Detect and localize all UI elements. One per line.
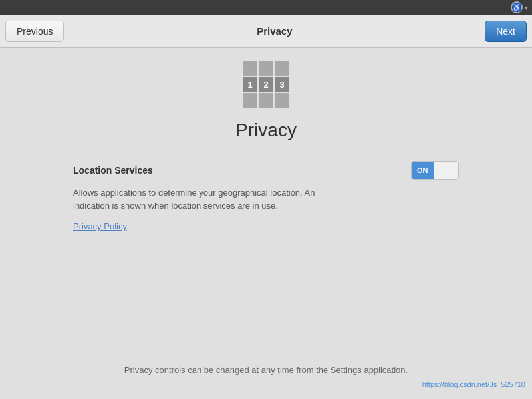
icon-cell-4: 1 [243,77,257,92]
main-content: 1 2 3 Privacy Location Services ON Allow… [0,48,532,399]
accessibility-icon: ♿ [511,1,523,13]
icon-cell-2 [259,61,273,76]
page-title: Privacy [235,120,297,141]
location-services-row: Location Services ON [73,161,459,180]
icon-cell-7 [243,93,257,108]
icon-cell-3 [275,61,289,76]
footer-text: Privacy controls can be changed at any t… [0,365,532,375]
navigation-bar: Previous Privacy Next [0,15,532,48]
privacy-icon: 1 2 3 [243,61,289,108]
icon-cell-1 [243,61,257,76]
toggle-on-label: ON [412,162,434,179]
toggle-off-area [434,162,459,179]
location-services-label: Location Services [73,165,153,176]
icon-cell-9 [275,93,289,108]
dropdown-arrow-icon[interactable]: ▾ [525,4,528,11]
top-bar: ♿ ▾ [0,0,532,15]
privacy-policy-link[interactable]: Privacy Policy [73,221,127,231]
next-button[interactable]: Next [485,21,527,42]
watermark: https://blog.csdn.net/Js_525710 [422,380,525,388]
location-services-description: Allows applications to determine your ge… [73,186,339,212]
settings-panel: Location Services ON Allows applications… [73,161,459,232]
icon-cell-5: 2 [259,77,273,92]
icon-cell-8 [259,93,273,108]
icon-cell-6: 3 [275,77,289,92]
accessibility-controls[interactable]: ♿ ▾ [511,1,528,13]
previous-button[interactable]: Previous [5,21,64,42]
location-services-toggle[interactable]: ON [411,161,459,180]
page-title-nav: Privacy [257,25,292,37]
